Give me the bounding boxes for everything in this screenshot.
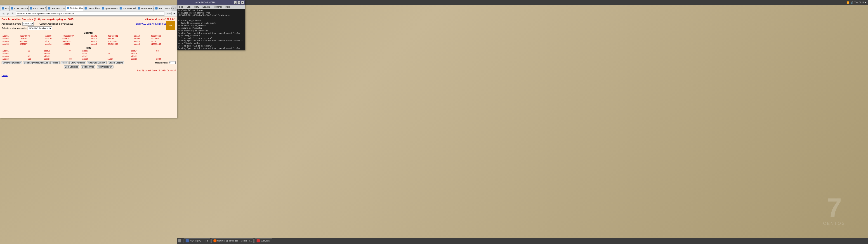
taskbar-anydesk-label: [AnyDesk] <box>260 240 270 242</box>
counter-label[interactable]: aida11 <box>90 37 107 40</box>
browser-tabs: AIDA ✕ Experiment Control @... ✕ Run Con… <box>0 5 177 11</box>
rate-label[interactable]: aida09 <box>43 50 68 52</box>
new-tab-button[interactable]: + <box>175 6 177 11</box>
tab-runcontrol[interactable]: Run Control @ carm... ✕ <box>29 6 46 11</box>
rate-label[interactable]: aida07 <box>81 52 106 55</box>
rate-value: 110 <box>27 58 43 60</box>
counter-label[interactable]: aida02 <box>2 37 19 40</box>
tab-statistics[interactable]: Statistics @ carme-... ✕ <box>65 6 83 11</box>
rate-value: 53 <box>156 50 176 52</box>
rate-label[interactable]: aida11 <box>81 55 106 58</box>
rate-label[interactable]: aida02 <box>2 52 27 55</box>
tab-aida[interactable]: AIDA ✕ <box>0 6 9 11</box>
rate-label[interactable]: aida03 <box>2 55 27 58</box>
send-log-button[interactable]: Send Log Window to ELog <box>23 61 50 64</box>
back-button[interactable]: ◀ <box>1 11 5 16</box>
taskbar-statistics[interactable]: Statistics @ carme-gsi — Mozilla Fir... <box>211 238 254 243</box>
tab-systemwide[interactable]: System wide Check... ✕ <box>100 6 118 11</box>
counter-label[interactable]: aida10 <box>44 37 61 40</box>
counter-label[interactable]: aida15 <box>90 43 107 45</box>
reload-nav-button[interactable]: ↻ <box>11 11 15 16</box>
empty-log-button[interactable]: Empty Log Window <box>2 61 22 64</box>
desktop: Applications Places 📶 🔊 Tue 06:49 ▾ AIDA… <box>0 0 868 244</box>
table-row: aida13110 aida1489 aida1511504 aida16202… <box>2 58 176 60</box>
counter-label[interactable]: aida08 <box>133 37 150 40</box>
zero-statistics-button[interactable]: Zero Statistics <box>64 65 79 68</box>
address-bar[interactable] <box>16 11 165 16</box>
counter-select[interactable]: AIDA ADC data items <box>28 26 52 30</box>
tab-favicon-asic <box>155 7 158 9</box>
rate-value <box>107 55 130 58</box>
hamburger-menu-icon[interactable]: ☰ <box>173 12 176 16</box>
midas-menu-terminal[interactable]: Terminal <box>212 6 224 8</box>
midas-menu-file[interactable]: File <box>178 6 185 8</box>
rate-label[interactable]: aida11 <box>43 55 68 58</box>
counter-label[interactable]: aida01 <box>2 35 19 37</box>
more-tabs-button[interactable]: » <box>172 6 174 11</box>
tab-label-aida: AIDA <box>5 7 9 9</box>
tab-asic[interactable]: ASIC Control @ carr... ✕ <box>154 6 172 11</box>
enable-logging-button[interactable]: Enable Logging <box>107 61 125 64</box>
counter-label[interactable]: aida11 <box>44 40 61 43</box>
rate-label[interactable]: aida10 <box>43 52 68 55</box>
taskbar-midas[interactable]: AIDA MIDAS HTTPd <box>184 238 211 243</box>
rate-label[interactable]: aida11 <box>130 55 155 58</box>
module-index-input[interactable] <box>169 61 176 64</box>
counter-value: 30237532 <box>107 40 133 43</box>
acquisition-server-select[interactable]: aida16 <box>22 22 34 26</box>
counter-label[interactable]: aida03 <box>2 40 19 43</box>
counter-label[interactable]: aida16 <box>133 43 150 45</box>
update-once-button[interactable]: Update Once <box>81 65 95 68</box>
centos-logo: 7 CENTOS <box>823 194 845 226</box>
tab-whiterabbit[interactable]: GSI White Rabbit Tri... ✕ <box>118 6 136 11</box>
rate-label[interactable]: aida16 <box>130 58 155 60</box>
counter-label[interactable]: aida01 <box>90 35 107 37</box>
midas-minimize-button[interactable]: _ <box>234 1 237 4</box>
home-link[interactable]: Home <box>2 74 176 77</box>
table-row: aida01413849074 aida094010953987 aida014… <box>2 35 176 37</box>
counter-label[interactable]: aida12 <box>90 40 107 43</box>
midas-maximize-button[interactable]: □ <box>238 1 240 4</box>
midas-menu-search[interactable]: Search <box>201 6 212 8</box>
tab-spectrum[interactable]: Spectrum.Browser @... ✕ <box>46 6 65 11</box>
taskbar-bottom: AIDA MIDAS HTTPd Statistics @ carme-gsi … <box>177 238 868 244</box>
tab-favicon-runcontrol <box>30 7 32 9</box>
midas-menu-view[interactable]: View <box>192 6 201 8</box>
rate-label[interactable]: aida14 <box>43 58 68 60</box>
taskbar-anydesk[interactable]: [AnyDesk] <box>254 238 272 243</box>
show-log-window-button[interactable]: Show Log Window <box>87 61 107 64</box>
counter-value: 413849074 <box>19 35 44 37</box>
taskbar-system-icons <box>178 239 181 242</box>
show-variables-button[interactable]: Show Variables <box>69 61 86 64</box>
counter-label[interactable]: aida14 <box>133 40 150 43</box>
counter-value: 553156 <box>107 37 133 40</box>
rate-label[interactable]: aida04 <box>130 50 155 52</box>
midas-menu-help[interactable]: Help <box>223 6 232 8</box>
rate-label[interactable]: aida15 <box>81 58 106 60</box>
midas-terminal-content[interactable]: RunControlClient loaded Completed custom… <box>178 9 245 50</box>
rate-label[interactable]: aida13 <box>2 58 27 60</box>
tab-control[interactable]: Control @ carme-gsi ✕ <box>83 6 100 11</box>
counter-value: 8135984 <box>19 40 44 43</box>
counter-label[interactable]: aida14 <box>44 43 61 45</box>
reset-button[interactable]: Reset <box>61 61 69 64</box>
midas-menu-edit[interactable]: Edit <box>185 6 192 8</box>
tab-favicon-experiment <box>11 7 13 9</box>
log-line: loading Spectrum.tcl > can not find chan… <box>178 32 244 37</box>
rate-label[interactable]: aida01 <box>81 50 106 52</box>
last-updated: Last Updated: June 18, 2024 06:49:15 <box>2 69 176 72</box>
midas-titlebar: AIDA MIDAS HTTPd _ □ ✕ <box>178 0 245 5</box>
rate-label[interactable]: aida08 <box>130 52 155 55</box>
counter-label[interactable]: aida19 <box>133 35 150 37</box>
forward-button[interactable]: ▶ <box>6 11 10 16</box>
auto-update-button[interactable]: AutoUpdate On <box>97 65 114 68</box>
counter-label[interactable]: aida13 <box>2 43 19 45</box>
tab-experiment[interactable]: Experiment Control @... ✕ <box>9 6 29 11</box>
rate-label[interactable]: aida01 <box>2 50 27 52</box>
tab-temperature[interactable]: Temperature and st... ✕ <box>136 6 154 11</box>
counter-label[interactable]: aida09 <box>44 35 61 37</box>
midas-close-button[interactable]: ✕ <box>241 1 244 4</box>
tab-favicon-systemwide <box>102 7 104 9</box>
reload-button[interactable]: Reload <box>51 61 60 64</box>
log-line: if": no such file or directory" <box>178 45 244 47</box>
